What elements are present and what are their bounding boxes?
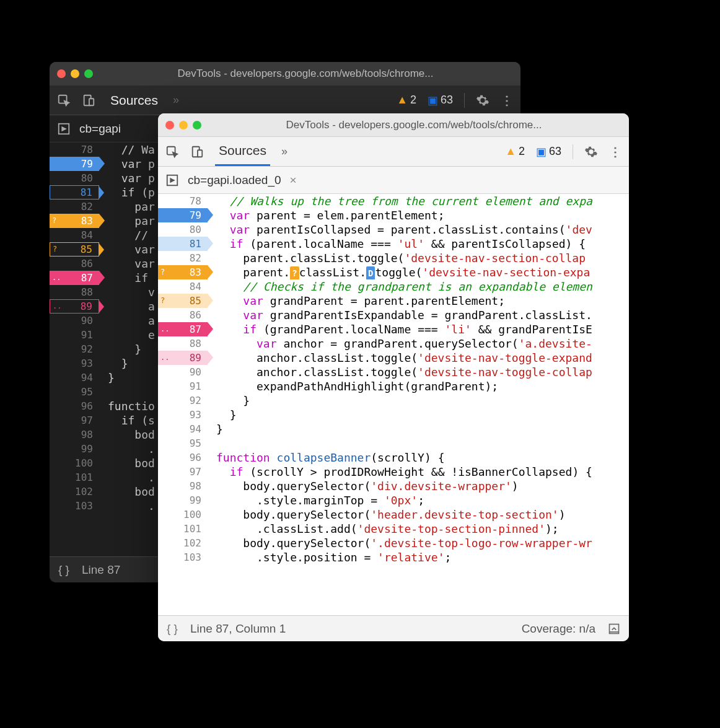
gutter-line[interactable]: 96: [158, 450, 208, 465]
code-line[interactable]: var grandParentIsExpandable = grandParen…: [216, 308, 629, 322]
gutter-line[interactable]: 84: [50, 228, 99, 242]
code-line[interactable]: }: [216, 422, 629, 436]
gutter-line[interactable]: 100: [50, 456, 99, 470]
code-line[interactable]: body.querySelector('div.devsite-wrapper'…: [216, 479, 629, 493]
gutter-line[interactable]: 78: [158, 194, 208, 208]
code-line[interactable]: anchor.classList.toggle('devsite-nav-tog…: [216, 365, 629, 379]
gutter-line[interactable]: 100: [158, 507, 208, 522]
gutter-line[interactable]: 102: [50, 485, 99, 499]
code-line[interactable]: expandPathAndHighlight(grandParent);: [216, 379, 629, 393]
gutter-line[interactable]: 80: [50, 171, 99, 185]
messages-badge[interactable]: ▣63: [536, 145, 561, 159]
kebab-menu-icon[interactable]: ⋮: [609, 144, 621, 159]
code-line[interactable]: var parentIsCollapsed = parent.classList…: [216, 222, 629, 237]
code-line[interactable]: var grandParent = parent.parentElement;: [216, 294, 629, 308]
gutter-line[interactable]: 102: [158, 536, 208, 550]
gutter-line[interactable]: 92: [50, 342, 99, 356]
kebab-menu-icon[interactable]: ⋮: [501, 93, 513, 108]
debugger-pane-icon[interactable]: [57, 122, 71, 136]
gutter-line[interactable]: 81: [50, 185, 99, 200]
gutter-line[interactable]: 96: [50, 399, 99, 413]
code-line[interactable]: body.querySelector('header.devsite-top-s…: [216, 507, 629, 522]
gutter-line[interactable]: ?85: [50, 242, 99, 257]
gutter-line[interactable]: 98: [50, 428, 99, 442]
code-line[interactable]: parent.classList.toggle('devsite-nav-sec…: [216, 251, 629, 265]
gutter-line[interactable]: 93: [50, 356, 99, 371]
gutter-line[interactable]: 95: [158, 436, 208, 450]
gutter-line[interactable]: 78: [50, 143, 99, 157]
gutter-line[interactable]: 90: [158, 365, 208, 379]
gutter-line[interactable]: ..89: [50, 299, 99, 314]
maximize-window-icon[interactable]: [84, 69, 93, 78]
code-line[interactable]: function collapseBanner(scrollY) {: [216, 450, 629, 465]
maximize-window-icon[interactable]: [193, 121, 201, 129]
gutter-line[interactable]: 82: [50, 200, 99, 214]
gutter-line[interactable]: 91: [158, 379, 208, 393]
line-gutter[interactable]: 7879808182?8384?8586..8788..899091929394…: [50, 143, 99, 556]
code-line[interactable]: if (scrollY > prodIDRowHeight && !isBann…: [216, 465, 629, 479]
file-tab[interactable]: cb=gapi.loaded_0: [188, 173, 281, 187]
inspect-element-icon[interactable]: [57, 94, 71, 107]
code-line[interactable]: parent.?classList.Dtoggle('devsite-nav-s…: [216, 265, 629, 279]
code-line[interactable]: // Checks if the grandparent is an expan…: [216, 279, 629, 294]
inspect-element-icon[interactable]: [165, 145, 179, 159]
gutter-line[interactable]: 88: [50, 285, 99, 299]
gutter-line[interactable]: 79: [50, 157, 99, 171]
code-line[interactable]: .style.marginTop = '0px';: [216, 493, 629, 507]
gutter-line[interactable]: ..89: [158, 351, 208, 365]
gutter-line[interactable]: ?83: [50, 214, 99, 228]
gutter-line[interactable]: 99: [50, 442, 99, 456]
minimize-window-icon[interactable]: [71, 69, 79, 78]
code-line[interactable]: if (grandParent.localName === 'li' && gr…: [216, 322, 629, 336]
code-line[interactable]: body.querySelector('.devsite-top-logo-ro…: [216, 536, 629, 550]
gutter-line[interactable]: 82: [158, 251, 208, 265]
close-window-icon[interactable]: [57, 69, 66, 78]
gutter-line[interactable]: 95: [50, 385, 99, 399]
gutter-line[interactable]: ?85: [158, 294, 208, 308]
messages-badge[interactable]: ▣63: [428, 94, 453, 107]
show-drawer-icon[interactable]: [608, 623, 620, 635]
gutter-line[interactable]: 81: [158, 237, 208, 251]
gutter-line[interactable]: ..87: [50, 271, 99, 285]
gutter-line[interactable]: 101: [50, 470, 99, 485]
gutter-line[interactable]: 93: [158, 408, 208, 422]
gutter-line[interactable]: ..87: [158, 322, 208, 336]
gutter-line[interactable]: 97: [50, 413, 99, 428]
minimize-window-icon[interactable]: [179, 121, 188, 129]
tab-sources[interactable]: Sources: [215, 137, 270, 166]
gutter-line[interactable]: 88: [158, 336, 208, 351]
code-content[interactable]: // Walks up the tree from the current el…: [208, 194, 629, 615]
gutter-line[interactable]: 84: [158, 279, 208, 294]
gutter-line[interactable]: ?83: [158, 265, 208, 279]
gutter-line[interactable]: 80: [158, 222, 208, 237]
gutter-line[interactable]: 94: [158, 422, 208, 436]
format-code-icon[interactable]: { }: [58, 563, 69, 577]
gutter-line[interactable]: 103: [50, 499, 99, 513]
line-gutter[interactable]: 7879808182?8384?8586..8788..899091929394…: [158, 194, 208, 615]
code-line[interactable]: [216, 436, 629, 450]
gutter-line[interactable]: 86: [50, 257, 99, 271]
gutter-line[interactable]: 94: [50, 371, 99, 385]
close-window-icon[interactable]: [165, 121, 174, 129]
gutter-line[interactable]: 99: [158, 493, 208, 507]
code-editor[interactable]: 7879808182?8384?8586..8788..899091929394…: [158, 194, 629, 615]
close-tab-icon[interactable]: ×: [290, 173, 297, 187]
warnings-badge[interactable]: ▲2: [397, 94, 416, 107]
settings-icon[interactable]: [584, 145, 598, 159]
code-line[interactable]: anchor.classList.toggle('devsite-nav-tog…: [216, 351, 629, 365]
code-line[interactable]: .classList.add('devsite-top-section-pinn…: [216, 522, 629, 536]
gutter-line[interactable]: 79: [158, 208, 208, 222]
gutter-line[interactable]: 91: [50, 328, 99, 342]
gutter-line[interactable]: 103: [158, 550, 208, 564]
code-line[interactable]: .style.position = 'relative';: [216, 550, 629, 564]
code-line[interactable]: var anchor = grandParent.querySelector('…: [216, 336, 629, 351]
file-tab[interactable]: cb=gapi: [79, 122, 121, 136]
gutter-line[interactable]: 92: [158, 393, 208, 408]
gutter-line[interactable]: 97: [158, 465, 208, 479]
code-line[interactable]: // Walks up the tree from the current el…: [216, 194, 629, 208]
code-line[interactable]: }: [216, 393, 629, 408]
gutter-line[interactable]: 86: [158, 308, 208, 322]
warnings-badge[interactable]: ▲2: [505, 145, 525, 158]
gutter-line[interactable]: 98: [158, 479, 208, 493]
more-tabs-icon[interactable]: »: [173, 94, 179, 107]
